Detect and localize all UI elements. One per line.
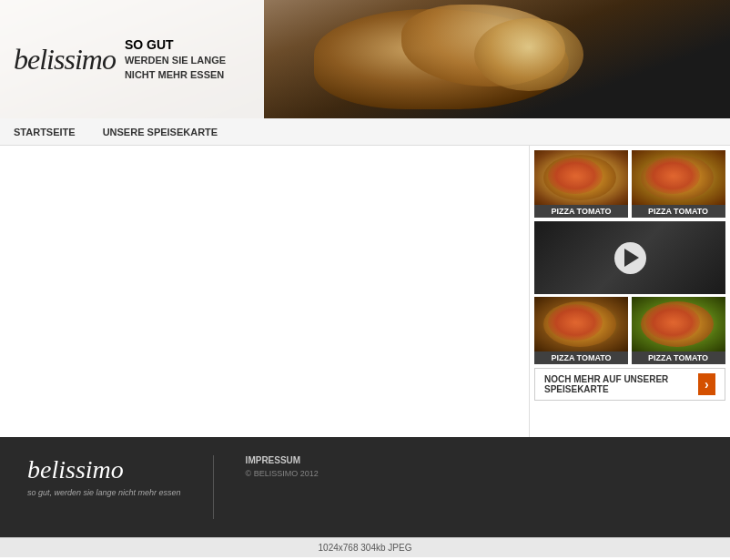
site-tagline: SO GUT WERDEN SIE LANGE NICHT MEHR ESSEN: [125, 36, 226, 82]
pizza-thumb-2[interactable]: PIZZA TOMATO: [632, 150, 725, 219]
pizza-label-3: PIZZA TOMATO: [534, 351, 628, 364]
pizza-image-3: [534, 297, 628, 351]
copyright-text: © BELISSIMO 2012: [246, 469, 319, 478]
main-content: PIZZA TOMATO PIZZA TOMATO PIZZA TOMATO P…: [0, 146, 730, 437]
pizza-thumb-1[interactable]: PIZZA TOMATO: [534, 150, 628, 219]
site-logo[interactable]: belissimo: [14, 43, 116, 76]
header: belissimo SO GUT WERDEN SIE LANGE NICHT …: [0, 0, 730, 118]
status-text: 1024x768 304kb JPEG: [319, 543, 412, 553]
nav-item-speisekarte[interactable]: UNSERE SPEISEKARTE: [98, 122, 223, 142]
pizza-thumb-4[interactable]: PIZZA TOMATO: [632, 297, 725, 365]
play-icon: [624, 249, 639, 267]
pizza-image-4: [632, 297, 725, 351]
impressum-link[interactable]: IMPRESSUM: [246, 455, 319, 465]
pizza-thumb-3[interactable]: PIZZA TOMATO: [534, 297, 628, 365]
pizza-image-2: [632, 150, 725, 205]
pizza-image-1: [534, 150, 628, 205]
logo-bar: belissimo SO GUT WERDEN SIE LANGE NICHT …: [0, 0, 264, 118]
pizza-grid-top: PIZZA TOMATO PIZZA TOMATO: [534, 150, 725, 219]
status-bar: 1024x768 304kb JPEG: [0, 537, 730, 557]
content-area: [0, 146, 530, 437]
more-speisekarte-button[interactable]: NOCH MEHR AUF UNSERER SPEISEKARTE ›: [534, 368, 725, 401]
more-button-label: NOCH MEHR AUF UNSERER SPEISEKARTE: [544, 374, 698, 394]
footer-tagline: so gut, werden sie lange nicht mehr esse…: [27, 488, 181, 497]
footer-links: IMPRESSUM © BELISSIMO 2012: [246, 455, 319, 478]
pizza-grid-bottom: PIZZA TOMATO PIZZA TOMATO: [534, 297, 725, 365]
nav-item-startseite[interactable]: STARTSEITE: [9, 122, 80, 142]
footer-logo-area: belissimo so gut, werden sie lange nicht…: [27, 455, 181, 497]
pizza-label-4: PIZZA TOMATO: [632, 351, 725, 364]
tagline-line3: NICHT MEHR ESSEN: [125, 68, 226, 82]
play-button[interactable]: [614, 242, 646, 274]
footer-divider: [213, 455, 214, 519]
pizza-label-2: PIZZA TOMATO: [632, 205, 725, 218]
food-image-blob3: [474, 18, 583, 91]
sidebar: PIZZA TOMATO PIZZA TOMATO PIZZA TOMATO P…: [530, 146, 730, 437]
footer-logo: belissimo: [27, 455, 181, 484]
tagline-highlight: SO GUT: [125, 36, 226, 55]
pizza-label-1: PIZZA TOMATO: [534, 205, 628, 218]
navigation: STARTSEITE UNSERE SPEISEKARTE: [0, 118, 730, 146]
tagline-line2: WERDEN SIE LANGE: [125, 54, 226, 67]
footer: belissimo so gut, werden sie lange nicht…: [0, 437, 730, 537]
video-thumbnail[interactable]: [534, 221, 725, 294]
more-button-arrow-icon: ›: [698, 373, 715, 395]
